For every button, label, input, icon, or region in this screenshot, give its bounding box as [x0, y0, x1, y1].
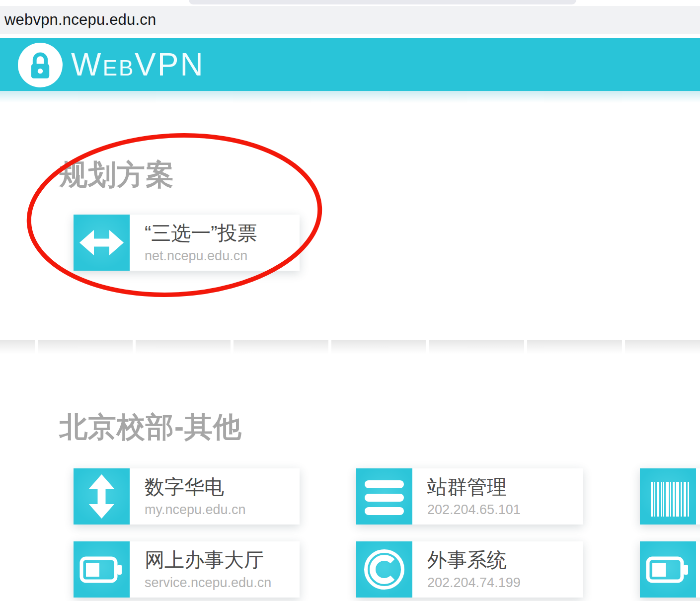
app-card-title: 网上办事大厅	[145, 550, 271, 570]
browser-tab-bar	[0, 0, 700, 6]
section-divider	[0, 340, 700, 354]
app-card-sanxuanyi-vote[interactable]: “三选一”投票 net.ncepu.edu.cn	[74, 215, 300, 271]
webvpn-logo	[18, 43, 63, 87]
webvpn-wordmark: WEBVPN	[71, 49, 205, 80]
section-title-beijing-other: 北京校部-其他	[59, 408, 242, 447]
app-card-url: service.ncepu.edu.cn	[145, 576, 271, 590]
browser-tab-strip[interactable]	[189, 0, 576, 4]
vertical-double-arrow-icon	[74, 468, 130, 525]
app-card-url: net.ncepu.edu.cn	[145, 249, 257, 263]
horizontal-double-arrow-icon	[74, 215, 130, 271]
app-card-wangshang-banshi[interactable]: 网上办事大厅 service.ncepu.edu.cn	[74, 541, 300, 598]
battery-icon	[74, 541, 130, 598]
menu-bars-icon	[356, 468, 412, 525]
webvpn-header: WEBVPN	[0, 38, 700, 91]
app-card-waishi-xitong[interactable]: 外事系统 202.204.74.199	[356, 541, 583, 598]
app-card-title: 数字华电	[145, 477, 246, 497]
app-card-title: 站群管理	[427, 477, 521, 497]
app-card-title: 外事系统	[427, 550, 521, 570]
section-title-planning: 规划方案	[59, 156, 174, 194]
app-card-partial-battery[interactable]	[640, 541, 700, 598]
lock-icon	[21, 46, 60, 84]
wordmark-w: W	[71, 49, 102, 80]
barcode-icon	[640, 468, 696, 525]
app-card-url: 202.204.74.199	[427, 576, 521, 590]
app-card-zhanqun-guanli[interactable]: 站群管理 202.204.65.101	[356, 468, 583, 525]
wordmark-vpn: VPN	[135, 49, 205, 80]
browser-address-bar[interactable]: webvpn.ncepu.edu.cn	[0, 6, 700, 34]
app-card-title: “三选一”投票	[145, 223, 257, 243]
header-gradient-fade	[0, 91, 700, 104]
app-card-partial-barcode[interactable]	[640, 468, 700, 525]
copyright-icon	[356, 541, 412, 598]
address-bar-url: webvpn.ncepu.edu.cn	[4, 11, 156, 29]
webvpn-page: webvpn.ncepu.edu.cn WEBVPN 规划方案 “三选一”投票	[0, 0, 700, 601]
app-card-shuzi-huadian[interactable]: 数字华电 my.ncepu.edu.cn	[74, 468, 300, 525]
app-card-url: 202.204.65.101	[427, 503, 521, 517]
wordmark-eb: EB	[102, 57, 135, 79]
battery-icon	[640, 541, 696, 598]
app-card-url: my.ncepu.edu.cn	[145, 503, 246, 517]
